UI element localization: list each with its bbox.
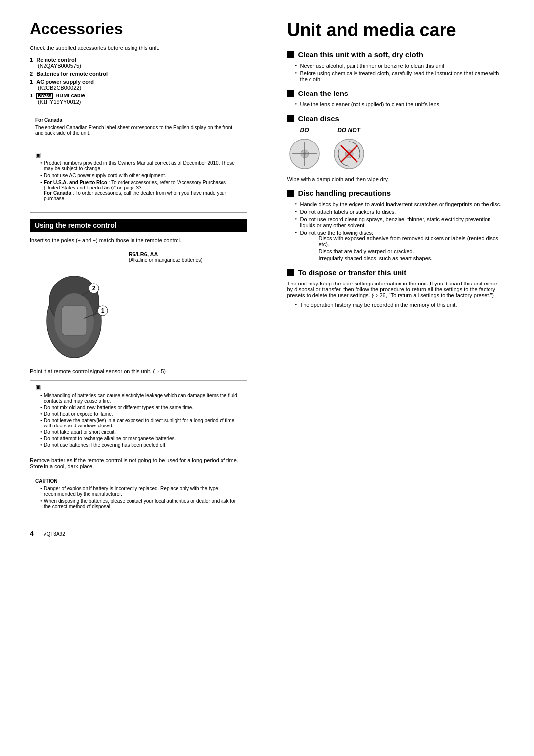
page-number: 4: [30, 530, 34, 538]
caution-list: Danger of explosion if battery is incorr…: [35, 486, 242, 509]
note-box: ▣ Product numbers provided in this Owner…: [30, 148, 247, 206]
list-item: Never use alcohol, paint thinner or benz…: [295, 63, 505, 69]
list-item: Danger of explosion if battery is incorr…: [40, 486, 242, 497]
remove-batteries-text: Remove batteries if the remote control i…: [30, 457, 247, 469]
clean-lens-title: Clean the lens: [298, 89, 349, 97]
list-item: Do not heat or expose to flame.: [40, 411, 242, 417]
svg-text:1: 1: [101, 307, 105, 314]
list-item: 1 BD755 HDMI cable (K1HY19YY0012): [30, 93, 247, 105]
accessories-title: Accessories: [30, 20, 247, 38]
remote-battery-label: R6/LR6, AA: [129, 251, 203, 257]
list-item: For U.S.A. and Puerto Rico : To order ac…: [40, 180, 242, 201]
svg-rect-3: [62, 306, 87, 335]
list-item: Mishandling of batteries can cause elect…: [40, 393, 242, 404]
canada-text: The enclosed Canadian French label sheet…: [35, 125, 242, 136]
section-square-icon: [287, 51, 294, 58]
accessories-intro: Check the supplied accessories before us…: [30, 45, 247, 51]
list-item: Do not use the following discs: Discs wi…: [295, 230, 505, 261]
remote-label: R6/LR6, AA (Alkaline or manganese batter…: [129, 251, 203, 263]
disc-handling-title-text: Disc handling precautions: [298, 189, 391, 197]
remote-battery-sub: (Alkaline or manganese batteries): [129, 257, 203, 263]
note-list: Product numbers provided in this Owner's…: [35, 160, 242, 201]
note-icon: ▣: [35, 151, 242, 158]
remote-image-area: 2 1 R6/LR6, AA (Alkaline or manganese ba…: [30, 251, 247, 360]
remote-section-title: Using the remote control: [35, 221, 117, 229]
section-square-icon: [287, 269, 294, 276]
disc-sub-list: Discs with exposed adhesive from removed…: [300, 236, 505, 261]
svg-text:2: 2: [92, 285, 96, 292]
dispose-bullets: The operation history may be recorded in…: [287, 302, 505, 308]
canada-title: For Canada: [35, 117, 242, 123]
disc-do-image: DO: [287, 127, 322, 171]
battery-list: Mishandling of batteries can cause elect…: [35, 393, 242, 448]
disc-handling-title: Disc handling precautions: [287, 189, 505, 197]
list-item: 1 Remote control (N2QAYB000575): [30, 57, 247, 69]
clean-discs-section-title: Clean discs: [287, 114, 505, 123]
list-item: Before using chemically treated cloth, c…: [295, 70, 505, 82]
list-item: Use the lens cleaner (not supplied) to c…: [295, 101, 505, 107]
dispose-section: The unit may keep the user settings info…: [287, 281, 505, 308]
section-square-icon: [287, 90, 294, 97]
list-item: Do not attempt to recharge alkaline or m…: [40, 436, 242, 441]
list-item: Irregularly shaped discs, such as heart …: [313, 255, 505, 261]
remote-intro: Insert so the poles (+ and −) match thos…: [30, 237, 247, 243]
left-column: Accessories Check the supplied accessori…: [30, 20, 247, 538]
battery-note-icon: ▣: [35, 384, 242, 391]
battery-note-box: ▣ Mishandling of batteries can cause ele…: [30, 380, 247, 452]
page-layout: Accessories Check the supplied accessori…: [30, 20, 504, 538]
list-item: Discs with exposed adhesive from removed…: [313, 236, 505, 247]
disc-handling-bullets: Handle discs by the edges to avoid inadv…: [287, 201, 505, 261]
do-not-label: DO NOT: [337, 127, 360, 134]
clean-unit-title: Clean this unit with a soft, dry cloth: [298, 50, 423, 59]
clean-discs-title: Clean discs: [298, 114, 339, 123]
list-item: 2 Batteries for remote control: [30, 71, 247, 77]
list-item: Do not use batteries if the covering has…: [40, 442, 242, 448]
accessories-list: 1 Remote control (N2QAYB000575) 2 Batter…: [30, 57, 247, 105]
dispose-section-title: To dispose or transfer this unit: [287, 268, 505, 277]
clean-unit-bullets: Never use alcohol, paint thinner or benz…: [287, 63, 505, 82]
disc-do-not-image: DO NOT: [332, 127, 366, 171]
list-item: Do not leave the battery(ies) in a car e…: [40, 418, 242, 428]
main-title: Unit and media care: [287, 20, 505, 41]
dispose-title-text: To dispose or transfer this unit: [298, 268, 407, 277]
do-label: DO: [300, 127, 309, 134]
remote-signal-text: Point it at remote control signal sensor…: [30, 368, 247, 375]
caution-box: CAUTION Danger of explosion if battery i…: [30, 474, 247, 515]
clean-lens-bullets: Use the lens cleaner (not supplied) to c…: [287, 101, 505, 107]
page-code: VQT3A92: [44, 531, 65, 537]
remote-illustration: 2 1: [30, 251, 119, 360]
list-item: Product numbers provided in this Owner's…: [40, 160, 242, 171]
right-column: Unit and media care Clean this unit with…: [267, 20, 505, 538]
list-item: Do not take apart or short circuit.: [40, 429, 242, 435]
remote-section-bar: Using the remote control: [30, 219, 247, 232]
list-item: 1 AC power supply cord (K2CB2CB00022): [30, 79, 247, 91]
disc-do-section: DO DO NOT: [287, 127, 505, 171]
section-square-icon: [287, 115, 294, 122]
list-item: The operation history may be recorded in…: [295, 302, 505, 308]
caution-title: CAUTION: [35, 478, 242, 484]
list-item: Do not attach labels or stickers to disc…: [295, 209, 505, 215]
list-item: Do not use record cleaning sprays, benzi…: [295, 216, 505, 228]
list-item: Do not use AC power supply cord with oth…: [40, 173, 242, 178]
section-square-icon: [287, 190, 294, 197]
dispose-text1: The unit may keep the user settings info…: [287, 281, 505, 299]
list-item: Discs that are badly warped or cracked.: [313, 248, 505, 254]
clean-unit-section-title: Clean this unit with a soft, dry cloth: [287, 50, 505, 59]
list-item: Handle discs by the edges to avoid inadv…: [295, 201, 505, 207]
wipe-text: Wipe with a damp cloth and then wipe dry…: [287, 176, 505, 182]
page-footer: 4 VQT3A92: [30, 530, 247, 538]
divider: [30, 212, 247, 213]
canada-box: For Canada The enclosed Canadian French …: [30, 113, 247, 140]
clean-lens-section-title: Clean the lens: [287, 89, 505, 97]
list-item: When disposing the batteries, please con…: [40, 498, 242, 509]
list-item: Do not mix old and new batteries or diff…: [40, 405, 242, 410]
